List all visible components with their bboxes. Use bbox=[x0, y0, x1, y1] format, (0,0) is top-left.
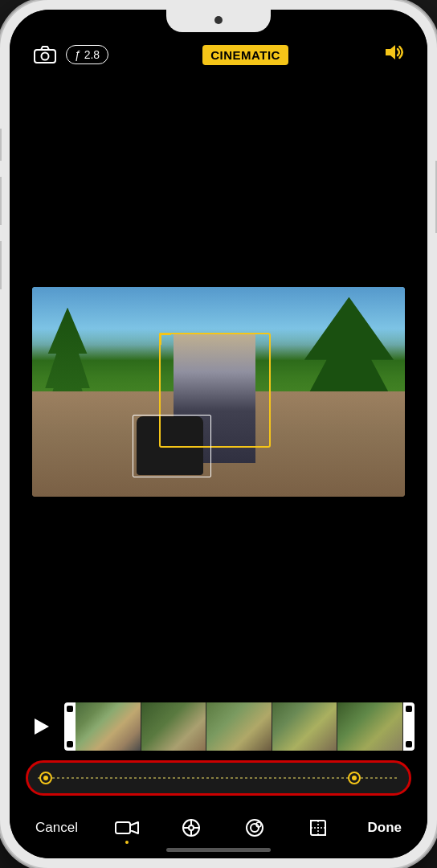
crop-icon-svg bbox=[307, 817, 329, 839]
filmstrip-frame-1 bbox=[76, 702, 141, 751]
aperture-badge[interactable]: ƒ 2.8 bbox=[66, 45, 108, 64]
svg-point-12 bbox=[251, 824, 259, 832]
focus-track-container[interactable] bbox=[22, 760, 415, 796]
notch bbox=[166, 10, 271, 32]
front-camera bbox=[214, 16, 223, 24]
filmstrip-container[interactable] bbox=[64, 702, 415, 751]
svg-rect-0 bbox=[35, 50, 55, 63]
video-area[interactable] bbox=[10, 80, 427, 702]
svg-marker-4 bbox=[130, 822, 138, 833]
volume-icon-button[interactable] bbox=[382, 43, 405, 67]
focus-track bbox=[26, 760, 411, 796]
video-camera-icon bbox=[112, 813, 141, 842]
focus-icon-svg bbox=[243, 817, 266, 839]
bracket-notch-bottom-right bbox=[406, 741, 412, 747]
bottom-toolbar: Cancel bbox=[22, 807, 415, 845]
filmstrip-frame-5 bbox=[337, 702, 403, 751]
video-background bbox=[32, 287, 405, 497]
bracket-notch-top-right bbox=[406, 706, 412, 712]
camera-icon bbox=[34, 46, 56, 63]
done-button[interactable]: Done bbox=[367, 820, 402, 836]
cinematic-badge[interactable]: CINEMATIC bbox=[202, 45, 288, 65]
phone-screen: ƒ 2.8 CINEMATIC bbox=[10, 10, 427, 858]
bracket-notch-top bbox=[67, 706, 73, 712]
svg-point-1 bbox=[42, 53, 49, 60]
aperture-value: ƒ 2.8 bbox=[75, 48, 100, 61]
adjustment-tool-button[interactable] bbox=[177, 813, 206, 842]
focus-marker-right[interactable] bbox=[348, 772, 361, 784]
video-camera-tool-button[interactable] bbox=[112, 813, 141, 842]
screen: ƒ 2.8 CINEMATIC bbox=[10, 10, 427, 858]
cancel-label: Cancel bbox=[35, 820, 78, 836]
play-icon bbox=[35, 719, 49, 735]
adjustment-icon-svg bbox=[180, 817, 202, 839]
tool-active-dot bbox=[125, 841, 129, 844]
phone-frame: ƒ 2.8 CINEMATIC bbox=[0, 0, 437, 868]
volume-down-button[interactable] bbox=[0, 177, 2, 225]
svg-rect-3 bbox=[116, 822, 130, 833]
silent-switch[interactable] bbox=[0, 241, 2, 289]
video-frame bbox=[32, 287, 405, 497]
svg-marker-2 bbox=[386, 45, 395, 59]
play-button[interactable] bbox=[22, 709, 58, 744]
filmstrip-frames bbox=[76, 702, 403, 751]
filmstrip-frame-4 bbox=[272, 702, 338, 751]
focus-tool-button[interactable] bbox=[240, 813, 269, 842]
focus-marker-left[interactable] bbox=[39, 772, 52, 784]
cinematic-label: CINEMATIC bbox=[210, 48, 280, 62]
crop-icon bbox=[304, 813, 333, 842]
filmstrip-bracket-right bbox=[403, 702, 415, 751]
bracket-notch-bottom bbox=[67, 741, 73, 747]
done-label: Done bbox=[367, 820, 402, 836]
focus-icon bbox=[240, 813, 269, 842]
camera-icon-button[interactable] bbox=[32, 42, 58, 68]
volume-up-button[interactable] bbox=[0, 129, 2, 161]
focus-track-line bbox=[38, 777, 399, 779]
filmstrip-frame-3 bbox=[206, 702, 272, 751]
bottom-area: Cancel bbox=[10, 702, 427, 858]
cancel-button[interactable]: Cancel bbox=[35, 820, 78, 836]
crop-tool-button[interactable] bbox=[304, 813, 333, 842]
adjustment-icon bbox=[177, 813, 206, 842]
filmstrip-frame-2 bbox=[141, 702, 207, 751]
dog-focus-box bbox=[133, 415, 210, 477]
video-icon-svg bbox=[115, 818, 139, 837]
top-bar-left: ƒ 2.8 bbox=[32, 42, 108, 68]
timeline-strip bbox=[22, 702, 415, 751]
home-indicator[interactable] bbox=[166, 848, 271, 852]
filmstrip-bracket-left bbox=[64, 702, 76, 751]
volume-up-icon bbox=[382, 43, 405, 62]
